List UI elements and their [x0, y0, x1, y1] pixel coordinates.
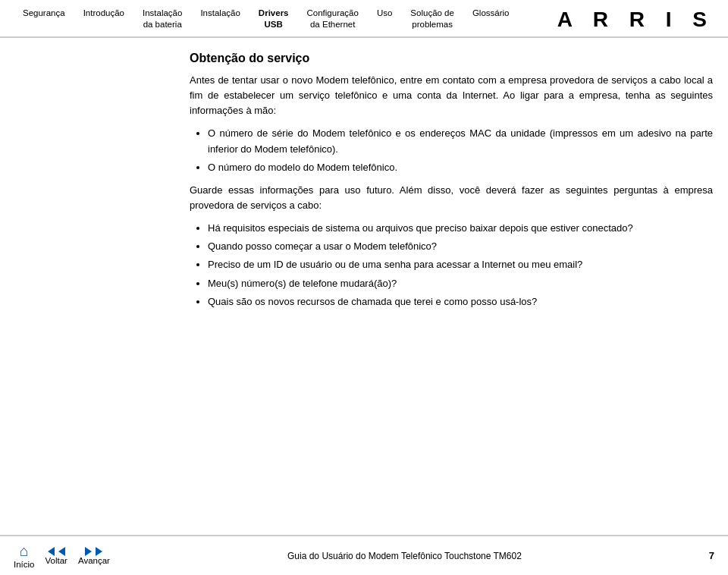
intro-paragraph: Antes de tentar usar o novo Modem telefô…: [190, 73, 713, 118]
nav-glossario[interactable]: Glossário: [463, 8, 519, 30]
brand-logo: A R R I S: [557, 8, 714, 32]
nav-instalacao-bateria[interactable]: Instalação da bateria: [133, 8, 191, 30]
left-sidebar: [15, 52, 182, 317]
nav-bar: Segurança Introdução Instalação da bater…: [14, 8, 557, 30]
nav-configuracao-ethernet[interactable]: Configuração da Ethernet: [298, 8, 368, 30]
nav-introducao[interactable]: Introdução: [74, 8, 133, 30]
main-content: Obtenção do serviço Antes de tentar usar…: [0, 38, 728, 317]
voltar-button[interactable]: Voltar: [46, 547, 67, 565]
nav-drivers-usb[interactable]: Drivers USB: [249, 8, 298, 30]
bullet-item: O número do modelo do Modem telefônico.: [208, 160, 713, 175]
bullet-item: O número de série do Modem telefônico e …: [208, 126, 713, 156]
footer: ⌂ Início Voltar Avançar Guia do Usuário …: [0, 535, 728, 575]
arrow-left-icon-2: [58, 547, 65, 556]
bullet-item: Preciso de um ID de usuário ou de uma se…: [208, 257, 713, 272]
bullet-item: Quando posso começar a usar o Modem tele…: [208, 239, 713, 254]
nav-solucao-problemas[interactable]: Solução de problemas: [401, 8, 463, 30]
bullet-item: Há requisitos especiais de sistema ou ar…: [208, 221, 713, 236]
inicio-button[interactable]: ⌂ Início: [14, 542, 35, 569]
page-title: Obtenção do serviço: [190, 52, 713, 65]
footer-nav: ⌂ Início Voltar Avançar: [14, 542, 110, 569]
page-number: 7: [699, 550, 714, 561]
footer-center-text: Guia do Usuário do Modem Telefônico Touc…: [110, 551, 699, 561]
arrow-right-icon: [85, 547, 92, 556]
header: Segurança Introdução Instalação da bater…: [0, 0, 728, 38]
arrow-left-icon: [48, 547, 55, 556]
bullet-item: Quais são os novos recursos de chamada q…: [208, 294, 713, 309]
content-area: Obtenção do serviço Antes de tentar usar…: [182, 52, 713, 317]
avancar-button[interactable]: Avançar: [78, 547, 110, 565]
bullet-list-2: Há requisitos especiais de sistema ou ar…: [208, 221, 713, 309]
nav-seguranca[interactable]: Segurança: [14, 8, 74, 30]
nav-uso[interactable]: Uso: [368, 8, 401, 30]
forward-arrows: [85, 547, 102, 556]
arrow-right-icon-2: [96, 547, 102, 556]
back-arrows: [48, 547, 65, 556]
home-icon: ⌂: [20, 542, 29, 560]
para2: Guarde essas informações para uso futuro…: [190, 183, 713, 213]
bullet-list-1: O número de série do Modem telefônico e …: [208, 126, 713, 174]
bullet-item: Meu(s) número(s) de telefone mudará(ão)?: [208, 276, 713, 291]
nav-instalacao[interactable]: Instalação: [191, 8, 249, 30]
